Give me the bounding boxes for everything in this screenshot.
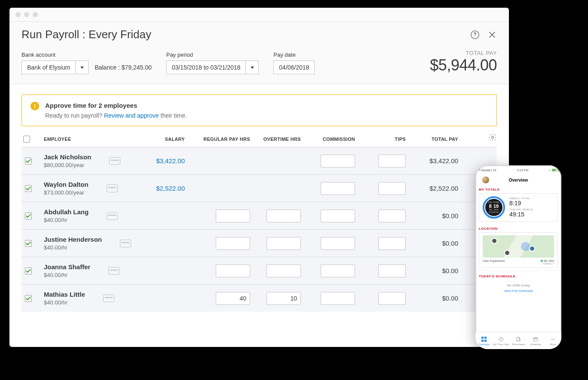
traffic-light-close[interactable] (15, 12, 21, 17)
svg-rect-9 (534, 337, 538, 341)
svg-rect-3 (481, 337, 484, 339)
row-total: $2,522.00 (409, 175, 462, 202)
employee-rate: $40.00/hr (44, 244, 102, 251)
row-total: $0.00 (409, 230, 462, 257)
row-checkbox[interactable] (25, 268, 32, 274)
gear-icon[interactable] (488, 133, 497, 143)
tips-input[interactable] (378, 292, 406, 305)
tips-input[interactable] (378, 182, 406, 195)
pay-date-label: Pay date (273, 52, 315, 58)
bluetooth-icon: ⟐ (549, 169, 551, 172)
row-checkbox[interactable] (25, 240, 32, 247)
overtime-hours-input[interactable] (266, 210, 301, 222)
pay-period-control: Pay period 03/15/2018 to 03/21/2018 (166, 52, 259, 74)
pay-date-input[interactable]: 04/06/2018 (273, 61, 315, 74)
row-checkbox[interactable] (25, 295, 32, 302)
mytotals-card: DAY TOTAL 819 hrsmins of 8:00 hrs WEEKLY… (479, 193, 558, 222)
pay-date-control: Pay date 04/06/2018 (273, 52, 315, 74)
traffic-light-max[interactable] (33, 12, 38, 17)
warning-icon: ! (31, 102, 39, 110)
regular-hours-input[interactable] (216, 264, 250, 277)
salary-link[interactable]: $2,522.00 (156, 185, 185, 192)
close-icon[interactable] (487, 30, 497, 40)
employee-name: Joanna Shaffer (44, 263, 90, 271)
commission-input[interactable] (321, 182, 355, 195)
table-row: Waylon Dalton $73,000.00/year $2,522.00$… (21, 175, 497, 202)
tab-more[interactable]: More (544, 332, 561, 349)
commission-input[interactable] (321, 292, 355, 305)
review-approve-link[interactable]: Review and approve (104, 112, 159, 119)
pay-period-select[interactable]: 03/15/2018 to 03/21/2018 (166, 61, 259, 74)
timesheets-icon (515, 336, 521, 342)
regular-hours-input[interactable] (216, 237, 250, 250)
location-duration: 8h 19m (544, 259, 554, 262)
select-all-checkbox[interactable] (23, 136, 30, 143)
salary-link[interactable]: $3,422.00 (156, 157, 185, 164)
chevron-down-icon (75, 61, 88, 74)
row-total: $0.00 (409, 202, 462, 230)
payment-method-icon[interactable] (107, 212, 118, 220)
svg-rect-5 (481, 340, 484, 342)
mytotals-label: MY TOTALS (479, 185, 558, 193)
page-header: Run Payroll : Every Friday B (9, 22, 509, 84)
map-pin-icon (491, 238, 497, 244)
phone-tabbar: Overview My Time Card Timesheets Schedul… (475, 332, 561, 349)
row-checkbox[interactable] (25, 158, 32, 164)
overtime-hours-input[interactable] (266, 237, 301, 250)
traffic-light-min[interactable] (24, 12, 29, 17)
row-checkbox[interactable] (25, 185, 32, 192)
bank-account-control: Bank account Bank of Elysium Balance : $… (21, 52, 152, 74)
view-full-schedule-link[interactable]: View Full Schedule (479, 289, 558, 294)
bank-account-value: Bank of Elysium (22, 64, 75, 71)
calendar-icon (533, 336, 539, 342)
col-salary: SALARY (142, 132, 188, 147)
payment-method-icon[interactable] (120, 240, 131, 247)
col-total: TOTAL PAY (409, 132, 462, 147)
tab-schedule[interactable]: Schedule (527, 332, 544, 349)
overtime-hours-input[interactable] (266, 292, 301, 305)
no-shifts-text: No shifts today (479, 280, 558, 289)
total-pay-value: $5,944.00 (430, 56, 497, 74)
regular-hours-input[interactable] (216, 210, 250, 222)
col-regular: REGULAR PAY HRS (188, 132, 254, 147)
payment-method-icon[interactable] (109, 157, 120, 165)
tips-input[interactable] (378, 210, 406, 222)
commission-input[interactable] (321, 264, 355, 277)
location-label: LOCATION (479, 224, 558, 232)
day-total-ring: DAY TOTAL 819 hrsmins of 8:00 hrs (483, 196, 505, 219)
commission-input[interactable] (321, 210, 355, 222)
tab-timesheets[interactable]: Timesheets (510, 332, 527, 349)
phone-time: 5:14 PM (517, 169, 528, 172)
phone-carrier: T-Mobile LTE (479, 169, 496, 172)
tips-input[interactable] (378, 264, 406, 277)
overtime-hours-input[interactable] (266, 264, 301, 277)
location-map[interactable] (483, 235, 554, 258)
commission-input[interactable] (321, 155, 355, 167)
bank-account-select[interactable]: Bank of Elysium (21, 61, 89, 74)
row-checkbox[interactable] (25, 213, 32, 219)
status-dot-icon (541, 260, 543, 262)
alert-subtext: Ready to run payroll? Review and approve… (45, 112, 187, 119)
employee-rate: $40.00/hr (44, 299, 85, 306)
row-total: $0.00 (409, 257, 462, 285)
phone-title: Overview (509, 178, 528, 182)
tips-input[interactable] (378, 237, 406, 250)
clock-icon (498, 336, 504, 342)
tab-timecard[interactable]: My Time Card (493, 332, 510, 349)
payment-method-icon[interactable] (103, 295, 114, 302)
avatar[interactable] (482, 176, 489, 183)
employee-rate: $40.00/hr (44, 272, 90, 278)
table-row: Mathias Little $40.00/hr $0.00 (21, 285, 497, 312)
commission-input[interactable] (321, 237, 355, 250)
tips-input[interactable] (378, 155, 406, 167)
table-row: Joanna Shaffer $40.00/hr $0.00 (21, 257, 497, 285)
employee-name: Justine Henderson (44, 236, 102, 243)
help-icon[interactable] (470, 30, 480, 40)
payroll-table: EMPLOYEE SALARY REGULAR PAY HRS OVERTIME… (21, 132, 497, 312)
schedule-label: TODAY'S SCHEDULE (479, 272, 558, 280)
payment-method-icon[interactable] (107, 185, 118, 192)
payment-method-icon[interactable] (108, 267, 119, 275)
regular-hours-input[interactable] (216, 292, 250, 305)
chevron-down-icon (245, 61, 258, 74)
col-commission: COMMISSION (304, 132, 358, 147)
